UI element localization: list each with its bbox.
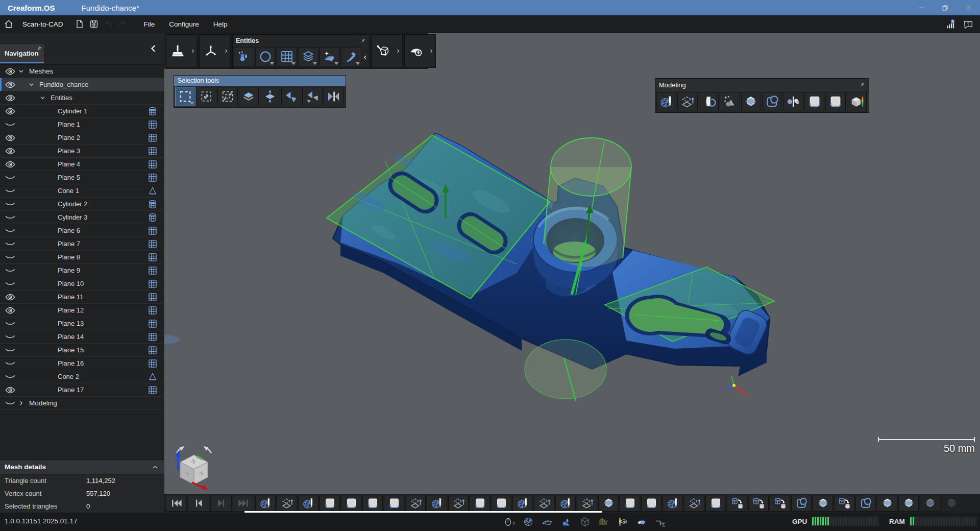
entities-tool-button[interactable] — [277, 47, 297, 66]
expander-icon[interactable] — [45, 306, 54, 315]
view-toggle-button[interactable] — [559, 515, 573, 528]
selection-tool-button[interactable] — [260, 87, 280, 106]
entities-tool-button[interactable] — [341, 47, 361, 66]
modeling-tool-button[interactable] — [741, 92, 761, 111]
tree-row[interactable]: Modeling — [0, 397, 164, 410]
history-operation-button[interactable] — [534, 495, 554, 512]
visibility-eye-icon[interactable] — [5, 345, 16, 356]
history-operation-button[interactable] — [512, 495, 533, 512]
modeling-tool-button[interactable] — [656, 92, 676, 111]
modeling-header[interactable]: Modeling — [655, 79, 869, 91]
modeling-tool-button[interactable] — [720, 92, 740, 111]
visibility-eye-icon[interactable] — [5, 146, 16, 157]
tree-row[interactable]: Entities — [0, 91, 164, 105]
project-tab[interactable]: Fundido-chance* — [82, 4, 139, 12]
playback-button[interactable] — [233, 495, 254, 512]
visibility-eye-icon[interactable] — [5, 384, 16, 396]
expander-icon[interactable] — [45, 332, 54, 341]
selection-tool-button[interactable] — [175, 87, 195, 106]
expander-icon[interactable] — [45, 120, 54, 129]
playback-button[interactable] — [210, 495, 232, 512]
tree-row[interactable]: Plane 17 — [0, 383, 164, 397]
workflow-label[interactable]: Scan-to-CAD — [22, 20, 63, 28]
collapse-panel-button[interactable] — [148, 42, 160, 55]
toolbar-group[interactable] — [371, 34, 403, 68]
entities-tool-button[interactable] — [255, 47, 276, 66]
history-operation-button[interactable] — [705, 495, 726, 512]
visibility-eye-icon[interactable] — [5, 119, 16, 130]
visibility-eye-icon[interactable] — [5, 398, 16, 409]
history-operation-button[interactable] — [384, 495, 404, 512]
tree-row[interactable]: Cone 2 — [0, 370, 164, 383]
selection-tool-button[interactable] — [239, 87, 259, 106]
tree-row[interactable]: Plane 6 — [0, 224, 164, 237]
tree-row[interactable]: Plane 8 — [0, 251, 164, 264]
toolbar-group[interactable] — [404, 34, 436, 68]
expand-group-icon[interactable] — [427, 35, 435, 67]
selection-tool-button[interactable] — [302, 87, 323, 106]
expander-icon[interactable] — [45, 133, 54, 142]
tree-row[interactable]: Plane 5 — [0, 171, 164, 184]
history-operation-button[interactable] — [577, 495, 597, 512]
restore-button[interactable] — [933, 0, 957, 15]
selection-tools-header[interactable]: Selection tools — [174, 76, 346, 86]
history-operation-button[interactable] — [813, 495, 833, 512]
expander-icon[interactable] — [45, 279, 54, 288]
modeling-tool-button[interactable] — [762, 92, 782, 111]
visibility-eye-icon[interactable] — [5, 371, 16, 382]
history-operation-button[interactable] — [748, 495, 769, 512]
view-cube[interactable]: N -Y -X — [169, 442, 218, 491]
toolbar-group-icon[interactable] — [372, 36, 394, 66]
expand-group-icon[interactable] — [394, 35, 402, 67]
visibility-eye-icon[interactable] — [5, 79, 16, 90]
selection-tool-button[interactable] — [197, 87, 217, 106]
toolbar-group[interactable] — [199, 34, 231, 68]
visibility-eye-icon[interactable] — [5, 185, 16, 197]
undo-button[interactable] — [101, 15, 115, 33]
view-toggle-button[interactable] — [654, 515, 667, 528]
history-operation-button[interactable] — [920, 495, 940, 512]
visibility-eye-icon[interactable] — [5, 132, 16, 143]
tree-row[interactable]: Plane 3 — [0, 144, 164, 158]
expander-icon[interactable] — [45, 226, 54, 235]
tree-row[interactable]: Plane 7 — [0, 237, 164, 251]
view-toggle-button[interactable] — [597, 515, 610, 528]
history-operation-button[interactable] — [791, 495, 812, 512]
selection-tool-button[interactable] — [217, 87, 238, 106]
history-operation-button[interactable] — [470, 495, 490, 512]
selection-tool-button[interactable] — [281, 87, 302, 106]
visibility-eye-icon[interactable] — [5, 225, 16, 236]
tree-row[interactable]: Plane 2 — [0, 131, 164, 144]
tree-row[interactable]: Cylinder 2 — [0, 198, 164, 211]
visibility-eye-icon[interactable] — [5, 265, 16, 276]
visibility-eye-icon[interactable] — [5, 238, 16, 250]
visibility-eye-icon[interactable] — [5, 212, 16, 223]
connection-status-icon[interactable] — [945, 19, 957, 30]
history-operation-button[interactable] — [341, 495, 361, 512]
menu-configure[interactable]: Configure — [162, 20, 206, 28]
visibility-eye-icon[interactable] — [5, 331, 16, 343]
history-operation-button[interactable] — [320, 495, 340, 512]
viewport-3d[interactable]: Entities — [164, 33, 980, 494]
visibility-eye-icon[interactable] — [5, 358, 16, 369]
home-button[interactable] — [0, 15, 17, 33]
view-toggle-button[interactable] — [578, 515, 592, 528]
visibility-eye-icon[interactable] — [5, 172, 16, 183]
visibility-eye-icon[interactable] — [5, 106, 16, 117]
toolbar-group-icon[interactable] — [200, 36, 222, 66]
history-operation-button[interactable] — [727, 495, 747, 512]
tree-row[interactable]: Cylinder 1 — [0, 105, 164, 118]
selection-tool-button[interactable] — [324, 87, 344, 106]
title-bar[interactable]: Creaform.OS Fundido-chance* — [0, 0, 980, 15]
toolbar-group[interactable] — [166, 34, 198, 68]
entities-tool-button[interactable] — [320, 47, 340, 66]
playback-button[interactable] — [165, 495, 187, 512]
history-operation-button[interactable] — [941, 495, 962, 512]
history-operation-button[interactable] — [277, 495, 297, 512]
history-operation-button[interactable] — [448, 495, 469, 512]
visibility-eye-icon[interactable] — [5, 278, 16, 289]
history-operation-button[interactable] — [770, 495, 790, 512]
visibility-eye-icon[interactable] — [5, 199, 16, 210]
view-toggle-button[interactable] — [616, 515, 629, 528]
expander-icon[interactable] — [45, 173, 54, 182]
